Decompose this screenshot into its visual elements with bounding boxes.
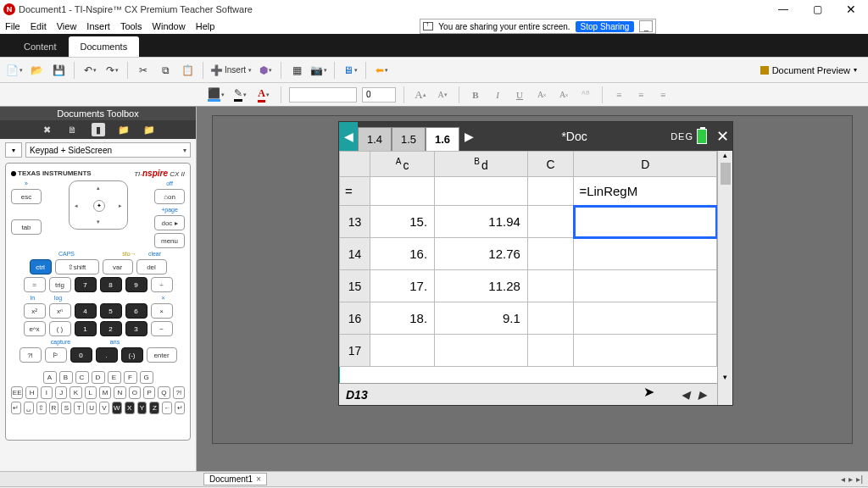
- key-g[interactable]: G: [140, 371, 153, 384]
- toolbox-tab-keypad[interactable]: ▮: [92, 123, 105, 136]
- cell[interactable]: 15.: [370, 206, 435, 238]
- cell[interactable]: [574, 335, 717, 367]
- line-color-button[interactable]: ✎: [231, 86, 249, 104]
- key-j[interactable]: J: [55, 386, 67, 399]
- menu-help[interactable]: Help: [196, 21, 215, 31]
- key-sqrt[interactable]: ( ): [49, 321, 71, 336]
- cell[interactable]: 11.94: [435, 206, 528, 238]
- sharing-minimize[interactable]: _: [639, 20, 653, 32]
- key-doc[interactable]: doc ▸: [154, 215, 185, 230]
- key-2[interactable]: 2: [100, 321, 122, 336]
- cell[interactable]: [574, 270, 717, 302]
- key-b[interactable]: B: [59, 371, 73, 384]
- back-button[interactable]: ⬅: [372, 61, 391, 80]
- cell[interactable]: [527, 206, 574, 238]
- hh-close-button[interactable]: ✕: [712, 126, 732, 147]
- key-esc[interactable]: esc: [11, 189, 42, 204]
- cell[interactable]: [574, 238, 717, 270]
- key-m[interactable]: M: [99, 386, 111, 399]
- key-t[interactable]: T: [74, 402, 84, 414]
- undo-button[interactable]: ↶: [81, 61, 99, 80]
- underline-button[interactable]: U: [511, 87, 528, 103]
- key-div[interactable]: ÷: [151, 277, 173, 292]
- key-k[interactable]: K: [70, 386, 81, 399]
- key-3[interactable]: 3: [125, 321, 147, 336]
- window-close[interactable]: ✕: [834, 0, 868, 19]
- paste-button[interactable]: 📋: [178, 61, 197, 80]
- hh-tab-1[interactable]: 1.5: [392, 127, 426, 151]
- key-on[interactable]: ⌂on: [154, 189, 185, 204]
- doc-tab-1[interactable]: Document1×: [203, 473, 267, 485]
- doc-nav-prev[interactable]: ◂: [841, 474, 845, 484]
- key-1[interactable]: 1: [75, 321, 97, 336]
- hh-prev-tab[interactable]: ◀: [339, 122, 358, 151]
- key-7[interactable]: 7: [75, 277, 97, 292]
- open-button[interactable]: 📂: [27, 61, 46, 80]
- tab-documents[interactable]: Documents: [69, 36, 140, 57]
- screenshot-button[interactable]: 📷: [309, 61, 328, 80]
- bold-button[interactable]: B: [467, 87, 484, 103]
- vertical-scrollbar[interactable]: ▴▾: [717, 151, 732, 405]
- row-head[interactable]: 14: [340, 238, 370, 270]
- copy-button[interactable]: ⧉: [156, 61, 175, 80]
- key-mul[interactable]: ×: [151, 303, 173, 319]
- hh-tab-2[interactable]: 1.6: [426, 127, 459, 151]
- key-tenx[interactable]: xⁿ: [49, 303, 71, 319]
- key-c[interactable]: C: [75, 371, 89, 384]
- key-r[interactable]: R: [49, 402, 59, 414]
- key-tab[interactable]: tab: [11, 219, 42, 235]
- cell[interactable]: 18.: [370, 302, 435, 335]
- cell[interactable]: 9.1: [435, 302, 528, 335]
- doc-nav-next[interactable]: ▸: [849, 474, 853, 484]
- row-head[interactable]: 13: [340, 206, 370, 238]
- dpad[interactable]: ▴▾◂▸ ✦: [69, 180, 128, 230]
- key-9[interactable]: 9: [125, 277, 147, 292]
- dpad-center[interactable]: ✦: [93, 200, 105, 212]
- superscript-button[interactable]: Ax: [533, 87, 550, 103]
- cell[interactable]: 12.76: [435, 238, 528, 270]
- key-w[interactable]: W: [112, 402, 122, 414]
- cell[interactable]: [527, 238, 574, 270]
- menu-edit[interactable]: Edit: [31, 21, 47, 31]
- key-x[interactable]: X: [125, 402, 135, 414]
- screen-capture-button[interactable]: 🖥: [341, 61, 359, 80]
- toolbox-tab-libraries[interactable]: 📁: [142, 123, 156, 136]
- align-center-button[interactable]: ≡: [632, 87, 649, 103]
- key-v[interactable]: V: [99, 402, 109, 414]
- key-sub[interactable]: −: [151, 321, 173, 336]
- key-u[interactable]: U: [86, 402, 97, 414]
- key-ctrl[interactable]: ctrl: [30, 259, 52, 274]
- cell[interactable]: 17.: [370, 270, 435, 302]
- key-d[interactable]: D: [92, 371, 105, 384]
- key-var[interactable]: var: [103, 259, 133, 274]
- hh-tab-0[interactable]: 1.4: [358, 127, 392, 151]
- cell[interactable]: [574, 302, 717, 335]
- key-flag[interactable]: 🏳: [45, 347, 67, 363]
- key-z[interactable]: Z: [149, 402, 159, 414]
- increase-font-button[interactable]: A▴: [412, 87, 429, 103]
- font-size-select[interactable]: [362, 87, 396, 103]
- cell[interactable]: [370, 335, 435, 367]
- menu-insert[interactable]: Insert: [86, 21, 110, 31]
- col-c[interactable]: C: [527, 152, 574, 177]
- cut-button[interactable]: ✂: [134, 61, 153, 80]
- keypad-icon-select[interactable]: ▾: [5, 142, 22, 158]
- fill-color-button[interactable]: ⬛: [207, 86, 225, 104]
- cell[interactable]: 11.28: [435, 270, 528, 302]
- font-family-select[interactable]: [289, 87, 357, 103]
- toolbox-tab-utilities[interactable]: 📁: [117, 123, 131, 136]
- row-head[interactable]: 16: [340, 302, 370, 335]
- align-left-button[interactable]: ≡: [610, 87, 627, 103]
- key-pi[interactable]: ?!: [19, 347, 42, 363]
- key-0[interactable]: 0: [70, 347, 92, 363]
- menu-file[interactable]: File: [5, 21, 20, 31]
- cell[interactable]: 16.: [370, 238, 435, 270]
- cell[interactable]: [527, 335, 574, 367]
- doc-nav-end[interactable]: ▸|: [856, 474, 863, 484]
- key-e[interactable]: E: [108, 371, 121, 384]
- key-shift[interactable]: ⇧shift: [55, 259, 99, 274]
- close-icon[interactable]: ×: [256, 474, 261, 484]
- key-i[interactable]: I: [41, 386, 53, 399]
- key-x2[interactable]: x²: [24, 303, 46, 319]
- formula-d[interactable]: =LinRegM: [574, 177, 717, 206]
